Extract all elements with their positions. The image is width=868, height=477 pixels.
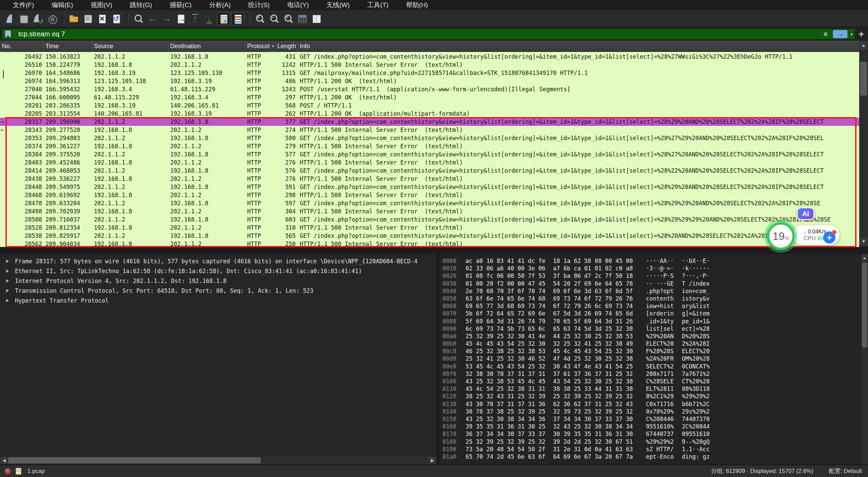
save-file-icon[interactable] [81,12,94,25]
column-header[interactable]: Protocol▾ [246,41,275,52]
previous-packet-icon[interactable]: ← [146,12,159,25]
menu-item[interactable]: 编辑(E) [43,0,82,10]
bookmark-icon[interactable] [5,31,11,38]
scroll-right-icon[interactable]: ▶ [429,457,436,464]
column-header[interactable]: Info [298,41,859,52]
menu-item[interactable]: 工具(T) [358,0,397,10]
packet-list-scrollbar[interactable]: ▲ ▼ [859,41,868,247]
hex-scrollbar[interactable]: ▲ [861,254,868,464]
start-capture-icon[interactable] [3,12,16,25]
menu-item[interactable]: 统计(S) [239,0,278,10]
menu-item[interactable]: 视图(V) [82,0,121,10]
open-file-icon[interactable] [67,12,80,25]
scrollbar-thumb[interactable] [8,457,261,463]
detail-tree-row[interactable]: Transmission Control Protocol, Src Port:… [0,286,436,296]
packet-row[interactable]: 26510 150.224779 192.168.1.8 202.1.1.2 H… [0,61,859,69]
scroll-up-icon[interactable]: ▲ [860,41,867,50]
display-filter-input[interactable]: tcp.stream eq 7 × → ▾ [2,29,855,39]
last-packet-icon[interactable]: ↓ [203,12,216,25]
detail-tree-row[interactable]: Internet Protocol Version 4, Src: 202.1.… [0,276,436,286]
packet-row[interactable]: 28508 209.716037 202.1.1.2 192.168.1.8 H… [0,215,859,224]
detail-tree-row[interactable]: Hypertext Transfer Protocol [0,296,436,306]
packet-row[interactable]: 26970 164.548686 192.168.3.19 123.125.10… [0,69,859,77]
menu-item[interactable]: 帮助(H) [397,0,437,10]
restart-capture-icon[interactable]: ↺ [31,12,44,25]
hex-dump-pane[interactable]: 0000 ac a0 16 83 41 41 dc fe 18 1a 62 58… [440,254,861,464]
column-header[interactable]: Destination [169,41,246,52]
packet-row[interactable]: 28414 209.468053 202.1.1.2 192.168.1.8 H… [0,167,859,175]
packet-row[interactable]: 28384 209.375520 202.1.1.2 192.168.1.8 H… [0,150,859,158]
packet-row[interactable]: 28448 209.549975 202.1.1.2 192.168.1.8 H… [0,183,859,191]
packet-row[interactable]: 28353 209.294803 202.1.1.2 192.168.1.8 H… [0,134,859,142]
first-packet-icon[interactable]: ↑ [189,12,201,25]
next-packet-icon[interactable]: → [160,12,173,25]
toggle-columns-icon[interactable] [310,12,323,25]
apply-filter-button[interactable]: → [833,30,848,38]
go-to-packet-icon[interactable]: → [174,12,187,25]
packet-row[interactable]: 28562 209.904034 192.168.1.8 202.1.1.2 H… [0,240,859,247]
add-filter-button-icon[interactable]: + [859,30,864,39]
menu-item[interactable]: 无线(W) [318,0,359,10]
column-header[interactable]: No. [0,41,43,52]
capture-options-icon[interactable] [45,12,58,25]
packet-row[interactable]: 28374 209.361227 192.168.1.8 202.1.1.2 H… [0,142,859,150]
column-header[interactable]: Source [92,41,169,52]
packet-details-pane[interactable]: Frame 28317: 577 bytes on wire (4616 bit… [0,254,436,457]
stop-capture-icon[interactable] [17,12,30,25]
column-header[interactable]: Length [275,41,298,52]
auto-scroll-icon[interactable]: ▼ [217,12,230,25]
packet-list[interactable]: 26492 150.163823 202.1.1.2 192.168.1.8 H… [0,52,859,247]
scroll-up-icon[interactable]: ▲ [862,254,868,261]
clear-filter-icon[interactable]: × [821,30,830,39]
close-file-icon[interactable]: × [96,12,108,25]
packet-row[interactable]: 26974 164.596313 123.125.105.138 192.168… [0,77,859,85]
filter-dropdown-icon[interactable]: ▾ [850,32,853,37]
packet-row[interactable]: 28538 209.825917 202.1.1.2 192.168.1.8 H… [0,232,859,240]
packet-row[interactable]: → 28317 209.196900 202.1.1.2 192.168.1.8… [0,118,859,126]
packet-row[interactable]: 28205 203.313554 140.206.165.81 192.168.… [0,110,859,118]
filter-text: tcp.stream eq 7 [18,30,65,38]
colorize-icon[interactable] [231,12,244,25]
reload-file-icon[interactable]: ↺ [110,12,123,25]
expert-info-icon[interactable] [5,468,11,474]
zoom-out-icon[interactable]: − [267,12,280,25]
zoom-reset-icon[interactable]: = [281,12,294,25]
packet-row[interactable]: 26492 150.163823 202.1.1.2 192.168.1.8 H… [0,53,859,61]
pane-splitter[interactable] [436,254,440,464]
detail-tree-row[interactable]: Ethernet II, Src: TpLinkTechno_1a:62:58 … [0,266,436,276]
capture-comment-icon[interactable] [16,468,21,475]
profile-label[interactable]: 配置: Default [829,467,862,475]
cpu-usage-gauge[interactable]: 19% [767,222,795,250]
sort-indicator-icon[interactable]: ▾ [272,41,274,52]
menu-item[interactable]: 文件(F) [4,0,43,10]
menu-item[interactable]: 跳转(G) [121,0,161,10]
packet-row[interactable]: 28468 209.619692 192.168.1.8 202.1.1.2 H… [0,191,859,199]
scroll-down-icon[interactable]: ▼ [860,237,867,246]
menu-item[interactable]: 捕获(C) [161,0,200,10]
separator[interactable] [247,13,250,24]
menu-item[interactable]: 电话(Y) [278,0,317,10]
separator[interactable] [61,13,64,24]
menu-bar: 文件(F) 编辑(E) 视图(V) 跳转(G) 捕获(C) 分析(A) 统计(S… [0,0,868,10]
packet-row[interactable]: 28478 209.633204 202.1.1.2 192.168.1.8 H… [0,199,859,207]
find-packet-icon[interactable] [132,12,144,25]
separator[interactable] [125,13,129,24]
packet-row[interactable]: 28438 209.536227 192.168.1.8 202.1.1.2 H… [0,175,859,183]
packet-row[interactable]: 27044 166.600095 61.48.115.229 192.168.3… [0,93,859,101]
packet-row[interactable]: ← 28343 209.277528 192.168.1.8 202.1.1.2… [0,126,859,134]
detail-tree-row[interactable]: Frame 28317: 577 bytes on wire (4616 bit… [0,256,436,266]
scrollbar-thumb[interactable] [862,263,867,347]
packet-row[interactable]: 28498 209.702939 192.168.1.8 202.1.1.2 H… [0,207,859,215]
packet-row[interactable]: 28528 209.812354 192.168.1.8 202.1.1.2 H… [0,224,859,232]
resize-columns-icon[interactable] [296,12,309,25]
details-horizontal-scrollbar[interactable]: ◀ ▶ [0,457,436,464]
packet-row[interactable]: 27040 166.595432 192.168.3.4 61.48.115.2… [0,85,859,93]
scrollbar-thumb[interactable] [860,62,867,96]
ai-assistant-badge[interactable]: AI [797,207,814,220]
column-header[interactable]: Time [43,41,92,52]
zoom-in-icon[interactable]: + [253,12,266,25]
packet-row[interactable]: 28201 203.286335 192.168.3.19 140.206.16… [0,101,859,110]
packet-row[interactable]: 28403 209.452486 192.168.1.8 202.1.1.2 H… [0,158,859,167]
scroll-left-icon[interactable]: ◀ [1,457,7,464]
menu-item[interactable]: 分析(A) [200,0,239,10]
